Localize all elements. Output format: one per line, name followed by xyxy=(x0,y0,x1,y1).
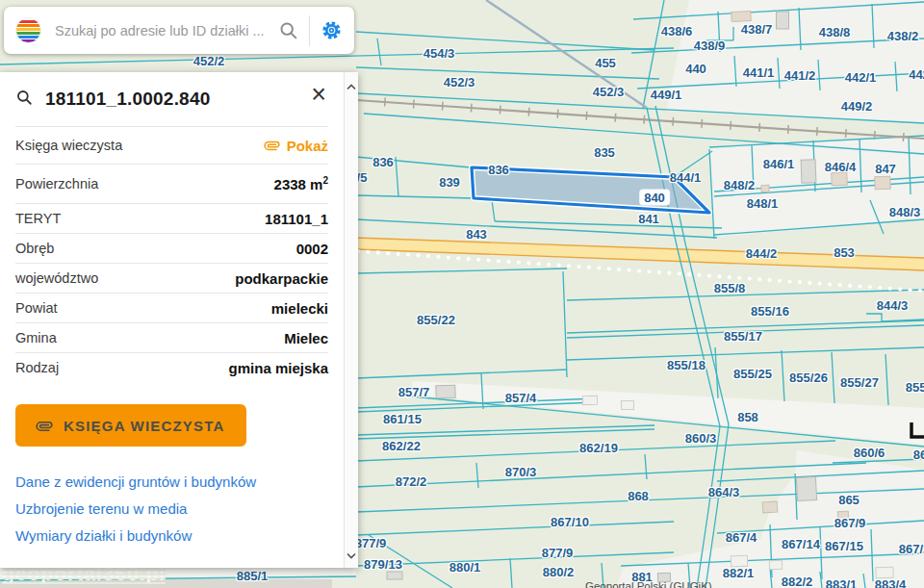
parcel-label[interactable]: 855/2 xyxy=(906,380,924,395)
parcel-label[interactable]: 860/3 xyxy=(685,431,717,446)
parcel-label[interactable]: 86 xyxy=(913,447,924,462)
parcel-label[interactable]: 883/1 xyxy=(826,577,858,588)
parcel-label[interactable]: 864/3 xyxy=(708,485,740,499)
attribute-row: GminaMielec xyxy=(15,322,328,352)
parcel-label[interactable]: 867/14 xyxy=(782,537,820,551)
attribute-row: Księga wieczystaPokaż xyxy=(15,126,328,164)
row-label: Księga wieczysta xyxy=(15,138,122,153)
parcel-label[interactable]: 855/22 xyxy=(417,313,455,327)
panel-scrollbar[interactable] xyxy=(344,72,358,568)
parcel-label[interactable]: 879/13 xyxy=(364,557,402,572)
parcel-label[interactable]: 440 xyxy=(685,62,706,76)
parcel-label[interactable]: 867/4 xyxy=(726,530,757,545)
scroll-up-icon[interactable] xyxy=(346,77,356,94)
parcel-label[interactable]: 867/9 xyxy=(834,516,866,530)
row-label: Powierzchnia xyxy=(15,176,98,192)
parcel-label[interactable]: 438/7 xyxy=(741,22,773,37)
parcel-details-panel: 181101_1.0002.840 × Księga wieczystaPoka… xyxy=(0,72,358,568)
parcel-label[interactable]: 882/1 xyxy=(723,566,755,580)
parcel-label[interactable]: 841 xyxy=(638,212,659,226)
parcel-label[interactable]: 877/9 xyxy=(542,546,574,560)
parcel-label[interactable]: 855/17 xyxy=(724,329,762,344)
panel-links: Dane z ewidencji gruntów i budynkówUzbro… xyxy=(15,468,328,549)
parcel-label[interactable]: 867/2 xyxy=(899,542,924,556)
parcel-label[interactable]: 855/18 xyxy=(667,358,706,372)
parcel-label[interactable]: 844/2 xyxy=(746,246,778,261)
parcel-label[interactable]: 855/16 xyxy=(751,304,789,319)
parcel-label[interactable]: 839 xyxy=(439,175,460,190)
parcel-label[interactable]: 438/9 xyxy=(694,38,726,53)
parcel-label[interactable]: 855/25 xyxy=(733,367,772,381)
parcel-label[interactable]: 877/9 xyxy=(355,536,387,550)
search-icon[interactable] xyxy=(276,18,300,42)
parcel-label[interactable]: 843 xyxy=(466,227,487,242)
parcel-label[interactable]: 867/10 xyxy=(551,515,589,529)
parcel-label[interactable]: 861/15 xyxy=(383,412,422,426)
parcel-label[interactable]: 862/19 xyxy=(579,441,618,455)
parcel-label[interactable]: 883/4 xyxy=(875,577,907,588)
parcel-label[interactable]: 857/4 xyxy=(505,391,537,405)
parcel-label[interactable]: 454/3 xyxy=(424,46,455,61)
search-input[interactable] xyxy=(55,23,276,38)
parcel-label[interactable]: 449/1 xyxy=(651,88,682,102)
panel-link[interactable]: Uzbrojenie terenu w media xyxy=(15,495,328,522)
parcel-label[interactable]: 846/1 xyxy=(763,157,795,171)
close-icon[interactable]: × xyxy=(311,82,326,108)
parcel-label[interactable]: 858 xyxy=(737,410,758,424)
scroll-down-icon[interactable] xyxy=(346,546,356,563)
parcel-label[interactable]: 847 xyxy=(875,162,896,176)
map-attribution: Geoportal Polski (GUGiK) xyxy=(585,580,712,588)
parcel-label[interactable]: 846/4 xyxy=(825,160,857,174)
parcel-label[interactable]: 880/1 xyxy=(449,560,481,575)
row-value: 181101_1 xyxy=(265,211,328,227)
parcel-label[interactable]: 836 xyxy=(372,155,394,169)
row-value: 0002 xyxy=(296,241,328,257)
parcel-label[interactable]: /5 xyxy=(357,170,368,185)
parcel-label[interactable]: 438/6 xyxy=(661,24,693,38)
parcel-label[interactable]: 860/6 xyxy=(854,446,886,460)
parcel-label[interactable]: 848/2 xyxy=(724,178,756,192)
parcel-label[interactable]: 438/2 xyxy=(887,29,919,43)
parcel-label[interactable]: 848/3 xyxy=(889,205,921,219)
parcel-label[interactable]: 870/3 xyxy=(505,465,537,479)
pokaz-link[interactable]: Pokaż xyxy=(265,138,328,154)
parcel-label[interactable]: 885/1 xyxy=(237,569,269,583)
ksiega-wieczysta-button[interactable]: KSIĘGA WIECZYSTA xyxy=(15,404,246,447)
parcel-label[interactable]: 868 xyxy=(628,489,649,503)
parcel-label[interactable]: 848/1 xyxy=(747,196,779,211)
parcel-label[interactable]: 844/3 xyxy=(877,298,909,313)
parcel-label[interactable]: 441/1 xyxy=(743,65,775,80)
parcel-label[interactable]: 844/1 xyxy=(670,170,702,185)
parcel-label[interactable]: 855/26 xyxy=(789,371,828,385)
parcel-label[interactable]: 441/2 xyxy=(784,68,816,83)
panel-link[interactable]: Dane z ewidencji gruntów i budynków xyxy=(15,468,328,495)
row-label: TERYT xyxy=(15,211,61,226)
parcel-label[interactable]: 438/8 xyxy=(819,25,851,39)
selected-parcel-label[interactable]: 840 xyxy=(640,191,669,205)
parcel-label[interactable]: 449/2 xyxy=(841,99,873,114)
parcel-label[interactable]: 455 xyxy=(595,56,616,70)
parcel-label[interactable]: 867/15 xyxy=(825,539,863,553)
parcel-label[interactable]: 882/2 xyxy=(782,575,813,588)
parcel-label[interactable]: 452/3 xyxy=(444,75,475,89)
parcel-label[interactable]: 865 xyxy=(838,493,860,507)
parcel-label[interactable]: 872/2 xyxy=(396,474,427,489)
parcel-label[interactable]: 442 xyxy=(909,67,924,82)
parcel-label[interactable]: 855/27 xyxy=(840,375,879,390)
parcel-label[interactable]: 836 xyxy=(488,163,509,177)
row-value: podkarpackie xyxy=(235,270,328,287)
parcel-label[interactable]: 442/1 xyxy=(845,70,877,85)
parcel-label[interactable]: 452/2 xyxy=(193,54,225,68)
parcel-label[interactable]: 880/2 xyxy=(543,565,575,579)
parcel-label[interactable]: 452/3 xyxy=(593,85,625,99)
parcel-label[interactable]: 853 xyxy=(834,245,855,260)
parcel-label[interactable]: 862/22 xyxy=(382,439,421,453)
parcel-label[interactable]: 835 xyxy=(594,145,615,160)
panel-link[interactable]: Wymiary działki i budynków xyxy=(15,522,328,549)
parcel-label[interactable]: 857/7 xyxy=(398,385,430,399)
parcel-label[interactable]: 855/8 xyxy=(714,281,746,295)
settings-gear-icon[interactable] xyxy=(319,17,345,43)
attribute-row: Obręb0002 xyxy=(15,233,328,263)
app-logo-icon[interactable] xyxy=(15,17,41,43)
row-value: Mielec xyxy=(284,330,328,346)
